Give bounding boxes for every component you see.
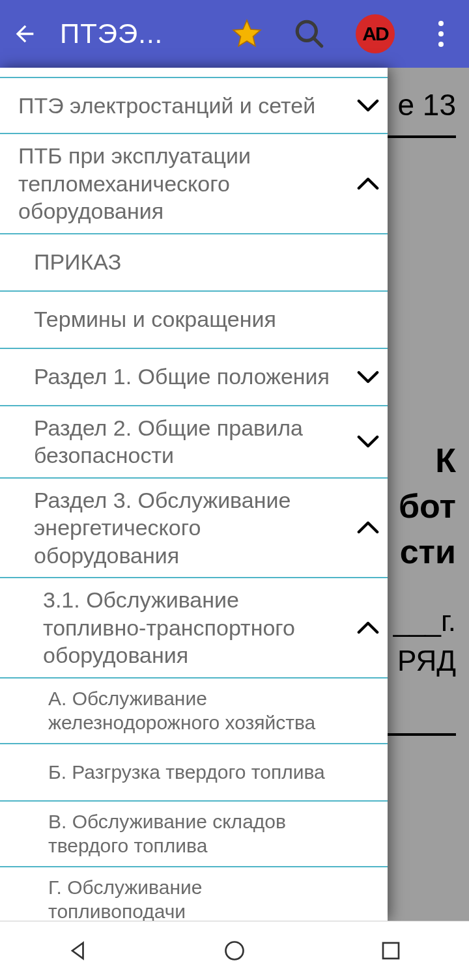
ad-badge[interactable]: AD [356, 14, 395, 53]
chevron-down-icon [348, 434, 388, 449]
drawer-item-label: Б. Разгрузка твердого топлива [43, 752, 348, 792]
search-button[interactable] [293, 18, 326, 50]
drawer-item[interactable]: Б. Разгрузка твердого топлива [0, 744, 388, 802]
arrow-left-icon [12, 21, 38, 47]
app-title: ПТЭЭ... [60, 18, 164, 49]
nav-home-button[interactable] [218, 934, 251, 967]
content-area: е 13 К бот сти ___г. РЯД ПТЭ электростан… [0, 68, 469, 921]
navigation-drawer[interactable]: ПТЭ электростанций и сетейПТБ при эксплу… [0, 68, 388, 921]
drawer-item-label: Раздел 1. Общие положения [29, 355, 348, 399]
drawer-item[interactable]: В. Обслуживание складов твердого топлива [0, 802, 388, 867]
drawer-item[interactable]: ПРИКАЗ [0, 234, 388, 292]
square-recent-icon [379, 939, 403, 962]
drawer-item-label: Термины и сокращения [29, 298, 348, 341]
svg-rect-3 [383, 943, 399, 959]
drawer-item[interactable]: 3.1. Обслуживание топливно-транспортного… [0, 578, 388, 679]
svg-line-1 [313, 38, 322, 46]
overflow-menu-button[interactable] [425, 18, 457, 50]
svg-point-2 [226, 942, 244, 960]
drawer-item-label: ПРИКАЗ [29, 240, 348, 284]
drawer-item[interactable]: А. Обслуживание железнодорожного хозяйст… [0, 679, 388, 744]
system-nav-bar [0, 921, 469, 980]
chevron-up-icon [348, 176, 388, 191]
drawer-item[interactable]: ПТБ при эксплуатации тепломеханического … [0, 134, 388, 234]
triangle-back-icon [66, 939, 90, 962]
drawer-item[interactable]: ПТЭ электростанций и сетей [0, 77, 388, 134]
drawer-item[interactable]: Г. Обслуживание топливоподачи [0, 867, 388, 921]
drawer-item-label: Раздел 2. Общие правила безопасности [29, 406, 348, 477]
chevron-down-icon [348, 98, 388, 113]
drawer-item-label: А. Обслуживание железнодорожного хозяйст… [43, 679, 348, 743]
drawer-item-label: Раздел 3. Обслуживание энергетического о… [29, 479, 348, 578]
drawer-item-label: ПТЭ электростанций и сетей [13, 84, 348, 128]
dots-vertical-icon [438, 21, 444, 47]
drawer-item[interactable]: Термины и сокращения [0, 292, 388, 349]
app-bar: ПТЭЭ... AD [0, 0, 469, 68]
chevron-up-icon [348, 520, 388, 535]
star-icon [231, 17, 263, 51]
drawer-item-label: Г. Обслуживание топливоподачи [43, 867, 348, 921]
nav-recent-button[interactable] [375, 934, 407, 967]
back-button[interactable] [12, 21, 38, 47]
chevron-down-icon [348, 370, 388, 384]
drawer-item[interactable]: Раздел 3. Обслуживание энергетического о… [0, 479, 388, 579]
drawer-item[interactable]: Раздел 1. Общие положения [0, 349, 388, 406]
drawer-item[interactable]: Раздел 2. Общие правила безопасности [0, 406, 388, 479]
chevron-up-icon [348, 621, 388, 635]
drawer-item-label: В. Обслуживание складов твердого топлива [43, 802, 348, 866]
drawer-item-label: ПТБ при эксплуатации тепломеханического … [13, 134, 348, 233]
action-bar: AD [231, 14, 457, 53]
nav-back-button[interactable] [62, 934, 94, 967]
drawer-item-label: 3.1. Обслуживание топливно-транспортного… [38, 578, 348, 677]
favorite-button[interactable] [231, 18, 263, 50]
search-icon [293, 18, 326, 50]
circle-home-icon [223, 939, 246, 962]
